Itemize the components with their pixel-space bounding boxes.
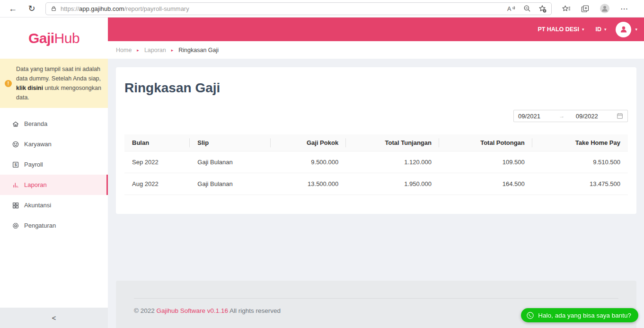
- company-name: PT HALO DESI: [538, 26, 579, 33]
- breadcrumb-laporan[interactable]: Laporan: [132, 47, 166, 53]
- whatsapp-chat-button[interactable]: Halo, ada yang bisa saya bantu?: [521, 308, 638, 322]
- sidebar-item-label: Akuntansi: [24, 202, 51, 209]
- gajihub-logo[interactable]: GajiHub: [28, 30, 79, 46]
- payroll-icon: $: [12, 161, 19, 168]
- sidebar-item-label: Beranda: [24, 120, 47, 127]
- more-icon[interactable]: ⋯: [620, 4, 628, 13]
- url-path: /report/payroll-summary: [124, 5, 189, 12]
- home-icon: [12, 120, 19, 128]
- language-menu[interactable]: ID ▾: [595, 26, 606, 33]
- sidebar-item-beranda[interactable]: Beranda: [0, 114, 108, 134]
- logo-text-light: Hub: [54, 30, 80, 46]
- chat-button-label: Halo, ada yang bisa saya bantu?: [538, 312, 631, 319]
- cell-slip: Gaji Bulanan: [190, 151, 270, 173]
- col-header-slip: Slip: [190, 134, 270, 151]
- company-menu[interactable]: PT HALO DESI ▾: [538, 26, 584, 33]
- topbar: PT HALO DESI ▾ ID ▾ ▾: [108, 18, 644, 41]
- range-arrow-icon: →: [559, 113, 575, 119]
- breadcrumb: Home Laporan Ringkasan Gaji: [108, 41, 644, 59]
- col-header-bulan: Bulan: [124, 134, 190, 151]
- chevron-down-icon: ▾: [604, 27, 607, 32]
- warning-text-before: Data yang tampil saat ini adalah data du…: [16, 66, 101, 82]
- accounting-icon: [12, 202, 19, 209]
- cell-bulan: Sep 2022: [124, 151, 190, 173]
- lock-icon: [51, 5, 57, 12]
- table-body: Sep 2022Gaji Bulanan9.500.0001.120.00010…: [124, 151, 628, 195]
- col-header-total-potongan: Total Potongan: [439, 134, 532, 151]
- chevron-down-icon: ▾: [582, 27, 584, 32]
- browser-chrome: ← ↻ https://app.gajihub.com/report/payro…: [0, 0, 644, 18]
- reports-icon: [12, 181, 19, 189]
- page-title: Ringkasan Gaji: [124, 67, 628, 96]
- user-avatar[interactable]: [616, 22, 631, 37]
- sidebar-item-label: Karyawan: [24, 141, 52, 148]
- sidebar-item-label: Laporan: [24, 181, 47, 188]
- app-frame: GajiHub ! Data yang tampil saat ini adal…: [0, 18, 644, 328]
- table-header: BulanSlipGaji PokokTotal TunjanganTotal …: [124, 134, 628, 151]
- read-aloud-icon[interactable]: A: [507, 5, 516, 12]
- footer-software-link[interactable]: Gajihub Software v0.1.16: [156, 307, 228, 314]
- col-header-total-tunjangan: Total Tunjangan: [346, 134, 439, 151]
- add-favorite-icon[interactable]: [538, 5, 547, 13]
- zoom-out-icon[interactable]: [523, 5, 531, 12]
- sidebar-item-label: Pengaturan: [24, 222, 56, 229]
- logo-text-bold: Gaji: [28, 30, 54, 46]
- settings-icon: [12, 222, 19, 230]
- url-text: https://app.gajihub.com/report/payroll-s…: [61, 5, 189, 12]
- refresh-icon[interactable]: ↻: [26, 4, 38, 13]
- warning-icon: !: [5, 80, 12, 87]
- sidebar: GajiHub ! Data yang tampil saat ini adal…: [0, 18, 108, 328]
- warning-clear-link[interactable]: klik disini: [16, 85, 43, 91]
- range-end-value[interactable]: 09/2022: [576, 113, 617, 120]
- content-area: Ringkasan Gaji 09/2021 → 09/2022: [108, 59, 644, 328]
- report-card: Ringkasan Gaji 09/2021 → 09/2022: [116, 67, 636, 214]
- url-domain: app.gajihub.com: [79, 5, 124, 12]
- main-area: PT HALO DESI ▾ ID ▾ ▾ Home Laporan Ringk…: [108, 18, 644, 328]
- breadcrumb-current: Ringkasan Gaji: [166, 47, 219, 53]
- browser-profile-icon[interactable]: [600, 3, 610, 14]
- address-bar[interactable]: https://app.gajihub.com/report/payroll-s…: [45, 2, 552, 15]
- cell-total-potongan: 164.500: [439, 173, 532, 195]
- col-header-take-home-pay: Take Home Pay: [532, 134, 628, 151]
- sidebar-collapse-button[interactable]: <: [0, 308, 108, 328]
- chrome-toolbar: ⋯: [562, 3, 628, 14]
- cell-gaji-pokok: 9.500.000: [271, 151, 346, 173]
- sidebar-item-karyawan[interactable]: Karyawan: [0, 134, 108, 154]
- svg-text:$: $: [15, 162, 17, 167]
- whatsapp-icon: [526, 311, 534, 319]
- warning-text: Data yang tampil saat ini adalah data du…: [16, 64, 101, 102]
- sidebar-item-payroll[interactable]: $Payroll: [0, 154, 108, 175]
- collections-icon[interactable]: [581, 5, 589, 13]
- cell-slip: Gaji Bulanan: [190, 173, 270, 195]
- cell-take-home-pay: 9.510.500: [532, 151, 628, 173]
- dummy-data-warning: ! Data yang tampil saat ini adalah data …: [0, 59, 108, 108]
- footer-copyright: © 2022: [134, 307, 156, 314]
- date-range-picker[interactable]: 09/2021 → 09/2022: [513, 110, 628, 122]
- filter-row: 09/2021 → 09/2022: [124, 110, 628, 122]
- url-scheme: https://: [61, 5, 79, 12]
- footer-rights: All rights reserved: [228, 307, 281, 314]
- table-row: Sep 2022Gaji Bulanan9.500.0001.120.00010…: [124, 151, 628, 173]
- cell-take-home-pay: 13.475.500: [532, 173, 628, 195]
- sidebar-item-pengaturan[interactable]: Pengaturan: [0, 215, 108, 236]
- footer-divider: [134, 298, 618, 299]
- table-row: Aug 2022Gaji Bulanan13.500.0001.950.0001…: [124, 173, 628, 195]
- sidebar-nav: BerandaKaryawan$PayrollLaporanAkuntansiP…: [0, 114, 108, 236]
- logo-wrap: GajiHub: [0, 18, 108, 59]
- favorites-icon[interactable]: [562, 5, 571, 13]
- cell-gaji-pokok: 13.500.000: [271, 173, 346, 195]
- breadcrumb-home[interactable]: Home: [116, 47, 132, 53]
- user-menu[interactable]: ▾: [635, 27, 637, 32]
- cell-total-tunjangan: 1.950.000: [346, 173, 439, 195]
- payroll-summary-table: BulanSlipGaji PokokTotal TunjanganTotal …: [124, 134, 628, 195]
- col-header-gaji-pokok: Gaji Pokok: [271, 134, 346, 151]
- sidebar-item-label: Payroll: [24, 161, 43, 168]
- chevron-down-icon: ▾: [635, 27, 637, 32]
- sidebar-item-laporan[interactable]: Laporan: [0, 175, 108, 195]
- cell-bulan: Aug 2022: [124, 173, 190, 195]
- range-start-value[interactable]: 09/2021: [518, 113, 559, 120]
- back-icon[interactable]: ←: [7, 4, 19, 13]
- collapse-chevron-icon: <: [52, 314, 56, 322]
- language-label: ID: [595, 26, 601, 33]
- sidebar-item-akuntansi[interactable]: Akuntansi: [0, 195, 108, 215]
